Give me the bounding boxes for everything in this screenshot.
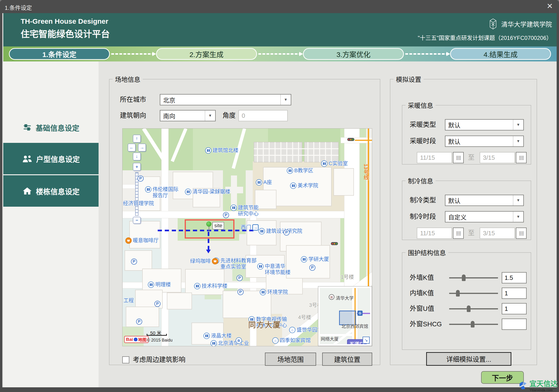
map-poi[interactable]: 建筑设计研究院 — [259, 228, 302, 234]
sidebar-item-1[interactable]: 基础信息设定 — [3, 112, 99, 143]
site-info-legend: 场地信息 — [113, 75, 143, 84]
envelope-value-input[interactable]: 1 — [502, 288, 527, 299]
slider-thumb[interactable] — [462, 274, 466, 281]
inset-hotel-label: 北京西郊宾馆 — [341, 323, 368, 329]
envelope-slider[interactable] — [449, 293, 498, 294]
map-poi[interactable]: 伟伦楼国际报告厅 — [145, 186, 178, 199]
sidebar-item-2[interactable]: 户型信息设定 — [3, 143, 99, 174]
heating-end-date-input[interactable]: 3/15 — [480, 152, 515, 163]
slider-thumb[interactable] — [467, 305, 471, 312]
map-poi[interactable]: 技术科学楼 — [194, 283, 227, 289]
coffee-icon — [125, 237, 132, 244]
heating-type-select[interactable]: 默认 ▼ — [445, 119, 524, 130]
slider-thumb[interactable] — [456, 290, 460, 297]
envelope-slider[interactable] — [449, 277, 498, 278]
map-poi[interactable]: 清华园-梁銶琚楼 — [185, 189, 230, 195]
map-poi[interactable]: 经济管理学院 — [123, 200, 154, 206]
site-range-button[interactable]: 场地范围 — [265, 353, 316, 366]
parking-icon: P — [131, 258, 137, 264]
chevron-down-icon[interactable]: ▼ — [513, 212, 523, 222]
inset-university-icon: 卌 — [329, 294, 335, 300]
site-pin-label[interactable]: site — [212, 222, 224, 229]
envelope-value-input[interactable] — [502, 319, 527, 330]
orientation-select[interactable]: 南向 ▼ — [160, 110, 216, 121]
map-poi[interactable]: 建筑节能研究中心 — [231, 205, 259, 217]
detailed-simulation-button[interactable]: 详细模拟设置... — [426, 352, 511, 366]
baidu-map[interactable]: site ↑ ← → ↓ + − 建筑馆北楼伟伦楼国际报告厅清华园-梁銶琚楼C实… — [122, 128, 372, 346]
map-poi[interactable]: 环境学院 — [260, 289, 288, 295]
step-4[interactable]: 4.结果生成 — [450, 48, 551, 60]
chevron-down-icon[interactable]: ▼ — [205, 110, 215, 121]
map-pan-left-button[interactable]: ← — [128, 144, 136, 152]
map-poi[interactable]: 绿坞咖啡 — [190, 258, 218, 264]
map-poi[interactable]: 同方大厦 — [248, 322, 281, 328]
calendar-icon[interactable]: ⣿⣿ — [516, 152, 527, 163]
map-poi[interactable]: 学研大厦 — [301, 256, 329, 263]
map-poi[interactable]: 明理楼 — [148, 282, 171, 288]
overview-inset-map[interactable]: 卌 清华大学 G 北京西郊宾馆 网络大厦 五道口 ↘ — [318, 286, 372, 346]
cooling-end-date-input[interactable]: 3/15 — [480, 228, 515, 239]
envelope-value-input[interactable]: 1.5 — [502, 272, 527, 283]
chevron-down-icon[interactable]: ▼ — [513, 136, 523, 146]
map-poi[interactable]: A座 — [256, 179, 272, 186]
chevron-down-icon[interactable]: ▼ — [280, 95, 291, 105]
map-poi-label: 学研大厦 — [308, 256, 329, 262]
map-poi[interactable]: →西门 — [241, 224, 259, 231]
cooling-start-date-input[interactable]: 11/15 — [417, 228, 452, 239]
calendar-icon[interactable]: ⣿⣿ — [516, 228, 527, 239]
cooling-type-select[interactable]: 默认 ▼ — [445, 195, 524, 206]
envelope-slider[interactable] — [449, 324, 498, 325]
envelope-slider[interactable] — [449, 308, 498, 310]
map-zoom-out-button[interactable]: − — [133, 217, 141, 224]
angle-input[interactable]: 0 — [238, 110, 288, 121]
next-step-button[interactable]: 下一步 — [481, 371, 524, 384]
map-poi[interactable]: 4号楼 — [298, 314, 311, 320]
map-poi[interactable]: B教学区 — [287, 167, 313, 174]
map-poi[interactable]: 中意清华环境节能楼 — [257, 263, 290, 275]
map-poi[interactable]: C实验室 — [321, 160, 348, 167]
map-pan-up-button[interactable]: ↑ — [133, 135, 141, 143]
inset-expand-icon[interactable]: ↘ — [363, 337, 370, 344]
map-poi[interactable]: B — [236, 337, 242, 344]
close-icon[interactable]: ✕ — [547, 2, 553, 10]
map-poi[interactable]: 先进材料教育部重点实验室 — [213, 258, 257, 270]
cooling-period-select[interactable]: 自定义 ▼ — [445, 211, 524, 222]
app-body: TH-Green House Designer 住宅智能绿色设计平台 清华大学建… — [2, 13, 557, 387]
site-pin-icon[interactable] — [206, 221, 211, 227]
step-2[interactable]: 2.方案生成 — [156, 48, 257, 60]
map-poi-label: 经济管理学院 — [123, 200, 154, 206]
consider-surroundings-checkbox[interactable] — [122, 356, 129, 363]
school-icon — [211, 340, 217, 346]
school-icon — [260, 289, 266, 295]
chevron-down-icon[interactable]: ▼ — [513, 120, 523, 130]
map-poi[interactable]: 1号楼 — [341, 274, 354, 280]
building-position-button[interactable]: 建筑位置 — [322, 353, 372, 366]
sidebar-item-3[interactable]: 楼栋信息设定 — [3, 175, 99, 207]
map-poi[interactable]: 液晶大楼 — [204, 333, 232, 339]
map-poi[interactable]: 暖意咖啡厅 — [125, 237, 159, 244]
map-poi-label: 建筑馆北楼 — [213, 147, 238, 154]
app-title-chinese: 住宅智能绿色设计平台 — [21, 27, 110, 40]
map-poi[interactable]: ⌂四季如家宾馆 — [272, 337, 311, 344]
slider-thumb[interactable] — [471, 321, 475, 328]
chevron-down-icon[interactable]: ▼ — [513, 195, 523, 206]
map-poi[interactable]: 工程 — [123, 297, 134, 304]
calendar-icon[interactable]: ⣿⣿ — [453, 228, 464, 239]
map-poi[interactable]: 北京清华工业 — [211, 340, 249, 346]
heating-period-select[interactable]: 默认 ▼ — [445, 136, 524, 147]
map-poi[interactable]: 美术学院 — [290, 182, 318, 189]
calendar-icon[interactable]: ⣿⣿ — [453, 152, 464, 163]
envelope-value-input[interactable]: 1 — [502, 303, 527, 314]
step-1[interactable]: 1.条件设定 — [9, 48, 110, 60]
map-pan-right-button[interactable]: → — [138, 144, 146, 152]
city-select[interactable]: 北京 ▼ — [160, 94, 291, 105]
map-zoom-in-button[interactable]: + — [133, 163, 141, 171]
heating-start-date-input[interactable]: 11/15 — [417, 152, 452, 163]
cooling-info-group: 制冷信息 制冷类型 默认 ▼ 制冷时段 自定义 ▼ 11/15 ⣿⣿ 至 3/1… — [402, 176, 531, 240]
watermark-url: Yitianxinda.com — [530, 388, 558, 392]
hotel-icon: ⌂ — [289, 327, 296, 333]
map-pan-down-button[interactable]: ↓ — [133, 153, 141, 160]
step-3[interactable]: 3.方案优化 — [303, 48, 404, 60]
map-poi[interactable]: 建筑馆北楼 — [205, 147, 238, 154]
orientation-label: 建筑朝向 — [120, 110, 146, 121]
